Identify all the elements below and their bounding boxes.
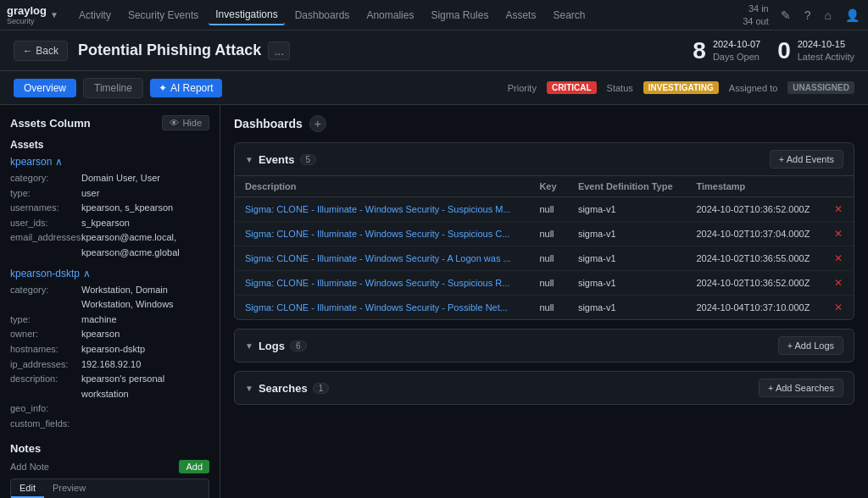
- nav-security-events[interactable]: Security Events: [121, 6, 205, 25]
- asset-kpearson-props: category:Domain User, User type:user use…: [10, 171, 209, 261]
- right-panel: Dashboards + ▼ Events 5 + Add Events Des…: [220, 105, 868, 498]
- add-events-button[interactable]: + Add Events: [770, 150, 843, 169]
- event-key: null: [529, 296, 567, 320]
- table-row: Sigma: CLONE - Illuminate - Windows Secu…: [235, 197, 854, 222]
- logs-section-title: Logs: [259, 340, 285, 352]
- event-type: sigma-v1: [568, 296, 687, 320]
- table-row: Sigma: CLONE - Illuminate - Windows Secu…: [235, 271, 854, 296]
- hide-button[interactable]: 👁 Hide: [162, 115, 209, 130]
- events-chevron-icon: ▼: [245, 155, 253, 164]
- event-description-link[interactable]: Sigma: CLONE - Illuminate - Windows Secu…: [245, 253, 516, 263]
- col-timestamp: Timestamp: [686, 176, 824, 197]
- nav-investigations[interactable]: Investigations: [209, 5, 284, 25]
- nav-activity[interactable]: Activity: [72, 6, 118, 25]
- searches-section: ▼ Searches 1 + Add Searches: [234, 371, 854, 405]
- header-meta: 8 2024-10-07 Days Open 0 2024-10-15 Late…: [693, 37, 854, 64]
- assigned-label: Assigned to: [729, 83, 777, 93]
- nav-dashboards[interactable]: Dashboards: [288, 6, 357, 25]
- days-open-count: 8: [693, 37, 706, 64]
- ai-report-button[interactable]: ✦ AI Report: [150, 79, 222, 97]
- ai-icon: ✦: [159, 82, 167, 94]
- main-content: Assets Column 👁 Hide Assets kpearson ∧ c…: [0, 105, 868, 498]
- delete-event-icon[interactable]: ✕: [834, 252, 843, 264]
- notes-section: Notes Add Note Add Edit Preview 1 I Ther…: [10, 442, 209, 499]
- table-row: Sigma: CLONE - Illuminate - Windows Secu…: [235, 246, 854, 271]
- event-timestamp: 2024-10-02T10:36:52.000Z: [686, 197, 824, 222]
- col-event-def-type: Event Definition Type: [568, 176, 687, 197]
- nav-anomalies[interactable]: Anomalies: [359, 6, 420, 25]
- note-tab-edit[interactable]: Edit: [11, 479, 44, 498]
- status-label: Status: [607, 83, 633, 93]
- assigned-badge: UNASSIGNED: [787, 81, 854, 94]
- searches-section-header[interactable]: ▼ Searches 1 + Add Searches: [235, 372, 854, 404]
- home-icon[interactable]: ⌂: [823, 7, 833, 24]
- nav-sigma-rules[interactable]: Sigma Rules: [424, 6, 495, 25]
- event-key: null: [529, 271, 567, 296]
- event-timestamp: 2024-10-02T10:36:52.000Z: [686, 271, 824, 296]
- help-icon[interactable]: ?: [803, 7, 813, 24]
- logo: graylog Security ▼: [7, 4, 58, 25]
- table-row: Sigma: CLONE - Illuminate - Windows Secu…: [235, 222, 854, 246]
- add-searches-button[interactable]: + Add Searches: [759, 379, 843, 397]
- event-type: sigma-v1: [568, 271, 687, 296]
- searches-chevron-icon: ▼: [245, 384, 253, 393]
- back-button[interactable]: ← Back: [14, 41, 68, 61]
- chevron-up-icon: ∧: [55, 156, 63, 168]
- add-note-button[interactable]: Add: [179, 460, 209, 473]
- status-badge: INVESTIGATING: [643, 81, 719, 94]
- assets-title: Assets: [10, 139, 209, 151]
- nav-search[interactable]: Search: [546, 6, 592, 25]
- note-editor: Edit Preview 1 I: [10, 479, 209, 499]
- add-dashboard-button[interactable]: +: [309, 115, 326, 132]
- event-key: null: [529, 246, 567, 271]
- top-navigation: graylog Security ▼ Activity Security Eve…: [0, 0, 868, 30]
- nav-counts: 34 in 34 out: [743, 3, 769, 27]
- logo-dropdown-icon[interactable]: ▼: [50, 10, 58, 19]
- page-title: Potential Phishing Attack: [78, 42, 261, 59]
- col-description: Description: [235, 176, 529, 197]
- add-logs-button[interactable]: + Add Logs: [778, 336, 843, 355]
- delete-event-icon[interactable]: ✕: [834, 203, 843, 215]
- user-icon[interactable]: 👤: [843, 7, 861, 24]
- dashboards-title: Dashboards: [234, 117, 303, 130]
- event-key: null: [529, 197, 567, 222]
- note-tab-preview[interactable]: Preview: [44, 479, 94, 498]
- page-header: ← Back Potential Phishing Attack ... 8 2…: [0, 30, 868, 71]
- event-timestamp: 2024-10-02T10:37:04.000Z: [686, 222, 824, 246]
- nav-assets[interactable]: Assets: [498, 6, 542, 25]
- delete-event-icon[interactable]: ✕: [834, 277, 843, 289]
- events-section-header[interactable]: ▼ Events 5 + Add Events: [235, 143, 854, 176]
- event-description-link[interactable]: Sigma: CLONE - Illuminate - Windows Secu…: [245, 278, 516, 288]
- event-description-link[interactable]: Sigma: CLONE - Illuminate - Windows Secu…: [245, 302, 516, 313]
- col-actions: [824, 176, 854, 197]
- priority-label: Priority: [508, 83, 537, 93]
- event-type: sigma-v1: [568, 197, 687, 222]
- title-menu-button[interactable]: ...: [268, 42, 290, 60]
- latest-info: 2024-10-15 Latest Activity: [798, 38, 854, 63]
- event-description-link[interactable]: Sigma: CLONE - Illuminate - Windows Secu…: [245, 204, 516, 214]
- note-tabs: Edit Preview: [11, 479, 209, 499]
- assets-section: Assets kpearson ∧ category:Domain User, …: [10, 139, 209, 432]
- edit-icon[interactable]: ✎: [779, 7, 793, 24]
- assets-column-header: Assets Column 👁 Hide: [10, 115, 209, 130]
- logs-section-header[interactable]: ▼ Logs 6 + Add Logs: [235, 329, 854, 362]
- event-timestamp: 2024-10-04T10:37:10.000Z: [686, 296, 824, 320]
- logs-chevron-icon: ▼: [245, 341, 253, 351]
- tab-timeline[interactable]: Timeline: [83, 78, 143, 98]
- delete-event-icon[interactable]: ✕: [834, 228, 843, 240]
- event-timestamp: 2024-10-02T10:36:55.000Z: [686, 246, 824, 271]
- add-note-label: Add Note: [10, 462, 49, 472]
- days-open-info: 2024-10-07 Days Open: [713, 38, 760, 63]
- event-description-link[interactable]: Sigma: CLONE - Illuminate - Windows Secu…: [245, 229, 516, 239]
- dashboards-header: Dashboards +: [234, 115, 854, 132]
- asset-kpearson[interactable]: kpearson ∧: [10, 156, 209, 168]
- asset-kpearson-dsktp[interactable]: kpearson-dsktp ∧: [10, 268, 209, 279]
- logs-section: ▼ Logs 6 + Add Logs: [234, 329, 854, 362]
- priority-badge: CRITICAL: [547, 81, 597, 94]
- event-key: null: [529, 222, 567, 246]
- days-open-block: 8 2024-10-07 Days Open: [693, 37, 760, 64]
- delete-event-icon[interactable]: ✕: [834, 302, 843, 313]
- latest-count: 0: [777, 37, 791, 64]
- tab-overview[interactable]: Overview: [14, 79, 76, 97]
- left-panel: Assets Column 👁 Hide Assets kpearson ∧ c…: [0, 105, 220, 498]
